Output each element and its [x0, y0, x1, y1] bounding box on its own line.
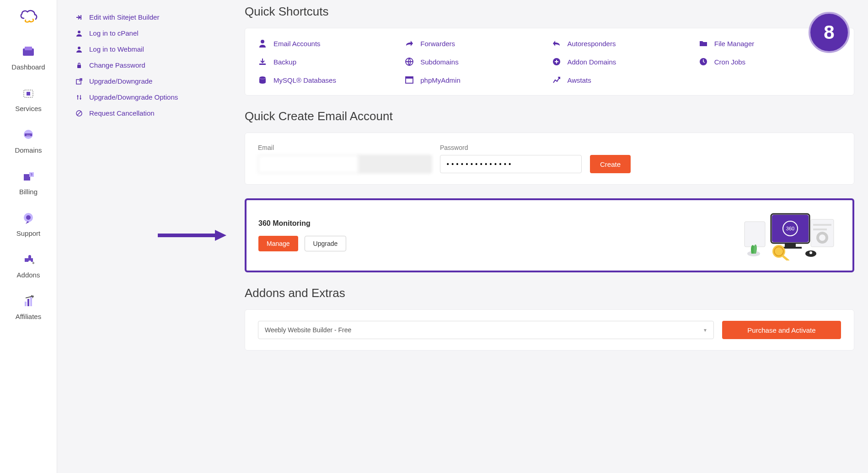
external-icon	[75, 78, 83, 85]
addons-card: Weebly Website Builder - Free ▼ Purchase…	[245, 309, 854, 351]
shortcut-phpmyadmin[interactable]: phpMyAdmin	[405, 76, 547, 84]
shortcut-label: phpMyAdmin	[420, 76, 461, 84]
password-input[interactable]	[440, 155, 582, 173]
svg-rect-34	[785, 243, 796, 247]
svg-text:360: 360	[786, 226, 794, 231]
nav-dashboard[interactable]: Dashboard	[0, 37, 57, 79]
sidebar: Dashboard Services www Domains $ Billing…	[0, 0, 57, 473]
create-button[interactable]: Create	[590, 155, 631, 173]
upgrade-button[interactable]: Upgrade	[305, 236, 347, 251]
shortcut-cron-jobs[interactable]: Cron Jobs	[699, 58, 841, 66]
shortcuts-title: Quick Shortcuts	[245, 5, 854, 19]
plus-circle-icon	[552, 58, 561, 66]
shortcut-subdomains[interactable]: Subdomains	[405, 58, 547, 66]
nav-addons[interactable]: + Addons	[0, 245, 57, 287]
nav-affiliates[interactable]: Affiliates	[0, 287, 57, 329]
shortcut-label: Forwarders	[420, 40, 455, 48]
cancel-icon	[75, 110, 83, 117]
logo[interactable]	[19, 9, 38, 24]
svg-point-48	[809, 251, 812, 254]
svg-rect-24	[259, 64, 266, 65]
shortcut-awstats[interactable]: Awstats	[552, 76, 694, 84]
action-login-cpanel[interactable]: Log in to cPanel	[75, 25, 213, 41]
email-card: Email Password Create	[245, 133, 854, 185]
shortcut-forwarders[interactable]: Forwarders	[405, 39, 547, 48]
addons-icon: +	[21, 254, 36, 266]
monitoring-card: 360 Monitoring Manage Upgrade 360	[245, 198, 854, 272]
shortcut-label: MySQL® Databases	[273, 76, 336, 84]
edit-builder-icon	[75, 14, 83, 21]
main-content: Quick Shortcuts Email Accounts Forwarder…	[231, 0, 868, 473]
email-input[interactable]	[258, 155, 359, 173]
action-label: Log in to cPanel	[89, 29, 139, 37]
nav-label: Addons	[17, 271, 40, 279]
svg-rect-13	[25, 302, 27, 306]
user-icon	[75, 46, 83, 53]
arrow-icon	[158, 229, 226, 242]
action-label: Edit with Sitejet Builder	[89, 13, 159, 21]
shortcut-label: Backup	[273, 58, 296, 66]
svg-point-17	[78, 47, 80, 49]
shortcut-email-accounts[interactable]: Email Accounts	[258, 39, 400, 48]
monitoring-title: 360 Monitoring	[258, 219, 346, 228]
svg-rect-14	[27, 299, 29, 306]
action-edit-sitejet[interactable]: Edit with Sitejet Builder	[75, 9, 213, 25]
shortcut-label: Awstats	[568, 76, 591, 84]
nav-domains[interactable]: www Domains	[0, 121, 57, 162]
svg-rect-40	[813, 229, 827, 230]
addon-select[interactable]: Weebly Website Builder - Free	[258, 321, 714, 339]
svg-text:www: www	[27, 134, 31, 136]
nav-services[interactable]: Services	[0, 79, 57, 121]
folder-icon	[699, 39, 708, 48]
email-label: Email	[258, 144, 432, 151]
nav-label: Services	[15, 105, 42, 112]
nav-label: Billing	[19, 188, 38, 196]
svg-marker-22	[215, 230, 226, 241]
dashboard-icon	[21, 46, 36, 58]
monitoring-illustration: 360	[740, 210, 841, 260]
shortcut-autoresponders[interactable]: Autoresponders	[552, 39, 694, 48]
action-upgrade-downgrade[interactable]: Upgrade/Downgrade	[75, 73, 213, 89]
domains-icon: www	[21, 129, 36, 142]
logo-icon	[19, 9, 38, 24]
email-domain-display	[359, 155, 432, 173]
shortcut-addon-domains[interactable]: Addon Domains	[552, 58, 694, 66]
purchase-activate-button[interactable]: Purchase and Activate	[722, 321, 841, 339]
shortcut-label: Cron Jobs	[714, 58, 745, 66]
shortcut-label: Autoresponders	[568, 40, 616, 48]
annotation-arrow	[158, 229, 226, 242]
shortcut-label: Email Accounts	[273, 40, 321, 48]
lock-icon	[75, 62, 83, 69]
shortcut-backup[interactable]: Backup	[258, 58, 400, 66]
action-login-webmail[interactable]: Log in to Webmail	[75, 41, 213, 57]
database-icon	[258, 76, 267, 84]
svg-rect-31	[406, 77, 413, 79]
action-label: Upgrade/Downgrade	[89, 77, 152, 85]
action-request-cancellation[interactable]: Request Cancellation	[75, 105, 213, 121]
action-label: Log in to Webmail	[89, 45, 144, 53]
nav-billing[interactable]: $ Billing	[0, 162, 57, 204]
action-upgrade-downgrade-options[interactable]: Upgrade/Downgrade Options	[75, 89, 213, 105]
user-icon	[75, 30, 83, 37]
svg-rect-46	[782, 255, 790, 260]
nav-label: Affiliates	[16, 313, 41, 320]
nav-support[interactable]: Support	[0, 204, 57, 245]
svg-rect-3	[27, 92, 30, 96]
globe-icon	[405, 58, 414, 66]
shortcut-label: Addon Domains	[568, 58, 616, 66]
reply-icon	[552, 39, 561, 48]
action-change-password[interactable]: Change Password	[75, 57, 213, 73]
person-icon	[258, 39, 267, 48]
email-section-title: Quick Create Email Account	[245, 109, 854, 123]
action-label: Change Password	[89, 61, 145, 69]
svg-text:+: +	[32, 260, 35, 266]
svg-rect-7	[24, 174, 30, 181]
download-icon	[258, 58, 267, 66]
sliders-icon	[75, 94, 83, 101]
manage-button[interactable]: Manage	[258, 236, 298, 251]
shortcut-label: Subdomains	[420, 58, 458, 66]
shortcut-mysql[interactable]: MySQL® Databases	[258, 76, 400, 84]
billing-icon: $	[21, 170, 36, 183]
svg-rect-39	[813, 224, 831, 226]
forward-icon	[405, 39, 414, 48]
